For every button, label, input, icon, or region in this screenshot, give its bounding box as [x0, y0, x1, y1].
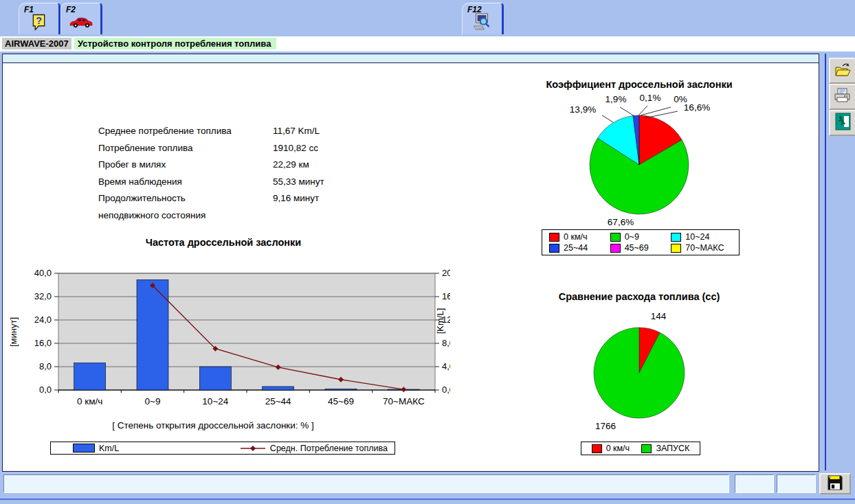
window-bottom-divider	[0, 499, 855, 500]
legend-item: ЗАПУСК	[641, 444, 689, 453]
legend-label: ЗАПУСК	[656, 444, 689, 453]
chart-text: 0%	[674, 94, 687, 104]
legend-swatch	[549, 244, 559, 253]
tab-f1-help[interactable]: F1 ?	[19, 3, 60, 34]
open-folder-icon	[834, 62, 852, 80]
stat-value: 11,67 Km/L	[273, 123, 320, 140]
chart-text: 40,0	[34, 268, 52, 278]
legend-label: 45~69	[625, 243, 649, 253]
chart-text: 24,0	[34, 314, 52, 325]
legend-item: 70~МАКС	[671, 243, 732, 253]
pie2-legend: 0 км/чЗАПУСК	[581, 442, 700, 455]
legend-swatch	[610, 244, 621, 253]
stat-label: Продолжительность неподвижного состояния	[98, 190, 273, 224]
status-cell-3	[777, 474, 816, 493]
stat-row: Среднее потребление топлива 11,67 Km/L	[98, 123, 324, 140]
print-button[interactable]	[829, 84, 855, 110]
page-title: Устройство контроля потребления топлива	[74, 38, 276, 49]
pie1-legend: 0 км/ч0~910~2425~4445~6970~МАКС	[542, 229, 740, 255]
exit-button[interactable]	[829, 110, 855, 136]
legend-item: 45~69	[610, 243, 671, 253]
tab-f2-vehicle[interactable]: F2	[60, 3, 102, 34]
label-leader	[620, 107, 634, 116]
toolbar-divider	[825, 54, 826, 470]
floppy-save-icon	[826, 474, 844, 494]
stat-value: 1910,82 сс	[273, 140, 318, 157]
chart-text: 16,0	[34, 338, 52, 348]
app-name: AIRWAVE-2007	[2, 38, 71, 49]
right-toolbar	[819, 54, 855, 470]
pie-chart-fuel-compare: 1441766	[550, 306, 729, 443]
stat-label: Время наблюдения	[98, 174, 273, 191]
legend-item: 0 км/ч	[549, 232, 610, 242]
chart-text: 0,0	[39, 385, 52, 395]
legend-label: Km/L	[99, 444, 119, 453]
pc-search-icon	[473, 13, 491, 34]
label-leader	[602, 115, 613, 122]
bar-chart-xlabel: [ Степень открытия дроссельной заслонки:…	[41, 420, 385, 431]
pie2-title: Сравнение расхода топлива (сс)	[522, 291, 756, 302]
chart-text: 0,1%	[640, 93, 661, 103]
legend-label: 10~24	[685, 232, 709, 242]
bar	[325, 389, 357, 390]
stat-label: Среднее потребление топлива	[98, 123, 273, 140]
chart-text: 45~69	[328, 396, 354, 406]
tab-f12-diagnostics[interactable]: F12	[462, 3, 504, 34]
pie-slice	[594, 328, 685, 418]
stats-block: Среднее потребление топлива 11,67 Km/L П…	[98, 123, 324, 224]
chart-text: 16,6%	[684, 102, 710, 113]
chart-text: 0~9	[145, 396, 161, 406]
legend-label: 70~МАКС	[685, 243, 724, 253]
stat-value: 55,33 минут	[273, 174, 324, 191]
legend-item: Km/L	[73, 444, 119, 453]
label-leader	[645, 111, 678, 118]
chart-text: 0 км/ч	[77, 396, 102, 406]
chart-text: 70~МАКС	[383, 396, 425, 406]
bar-chart-legend: Km/L Средн. Потребление топлива	[50, 442, 395, 455]
legend-label: Средн. Потребление топлива	[270, 444, 388, 453]
app-window: { "header": { "app": "AIRWAVE-2007", "ti…	[0, 0, 855, 504]
stat-row: Время наблюдения 55,33 минут	[98, 174, 324, 191]
legend-item: 25~44	[549, 243, 610, 253]
stat-row: Потребление топлива 1910,82 сс	[98, 140, 324, 157]
status-cell-main	[3, 474, 729, 493]
status-cell-2	[735, 474, 774, 493]
chart-text: 4,0	[442, 361, 450, 371]
legend-swatch	[549, 233, 559, 242]
legend-label: 0 км/ч	[606, 444, 630, 453]
chart-text: 1766	[595, 421, 616, 431]
title-row: AIRWAVE-2007 Устройство контроля потребл…	[0, 36, 855, 51]
car-icon	[69, 16, 93, 31]
stat-value: 9,16 минут	[273, 190, 319, 224]
chart-text: 67,6%	[608, 217, 634, 227]
save-button[interactable]	[819, 473, 851, 494]
bar-chart: 40,020,032,016,024,012,016,08,08,04,00,0…	[7, 232, 450, 414]
chart-text: 20,0	[442, 268, 450, 278]
help-icon: ?	[31, 13, 47, 33]
legend-swatch	[641, 444, 652, 453]
bar	[74, 363, 106, 390]
legend-item: 10~24	[671, 232, 732, 242]
pie-chart-throttle: 16,6%67,6%13,9%1,9%0,1%0%	[529, 81, 749, 229]
chart-text: 25~44	[265, 396, 291, 406]
chart-text: 0,0	[442, 385, 450, 395]
stat-label: Потребление топлива	[98, 140, 273, 157]
legend-swatch	[73, 444, 95, 453]
stat-row: Пробег в милях 22,29 км	[98, 157, 324, 174]
stat-label: Пробег в милях	[98, 157, 273, 174]
bar	[199, 367, 231, 390]
chart-text: 13,9%	[570, 104, 596, 115]
chart-text: 8,0	[39, 361, 52, 371]
stat-value: 22,29 км	[273, 157, 309, 174]
stat-row: Продолжительность неподвижного состояния…	[98, 190, 324, 224]
panel-header-band	[3, 54, 819, 63]
legend-item: 0 км/ч	[592, 444, 630, 453]
right-axis-unit: [Km/L]	[431, 283, 450, 358]
printer-icon	[834, 87, 852, 106]
legend-item: 0~9	[610, 232, 671, 242]
chart-text: 10~24	[202, 396, 228, 406]
legend-swatch	[671, 244, 681, 253]
legend-line-sample	[240, 445, 266, 452]
open-file-button[interactable]	[829, 58, 855, 84]
bar	[263, 387, 294, 390]
